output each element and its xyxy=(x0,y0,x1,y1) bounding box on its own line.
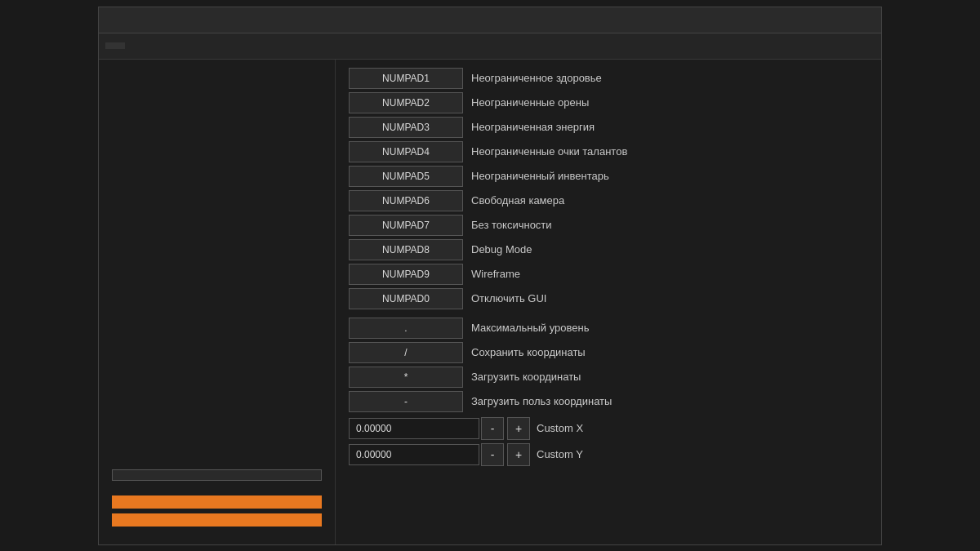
special-hotkey-button-0[interactable]: . xyxy=(349,318,463,339)
hotkey-row: NUMPAD1 Неограниченное здоровье xyxy=(349,68,868,89)
hotkey-row: NUMPAD7 Без токсичности xyxy=(349,215,868,236)
coord-input-0[interactable] xyxy=(349,418,479,439)
hotkey-button-4[interactable]: NUMPAD5 xyxy=(349,166,463,187)
menu-item-about[interactable] xyxy=(145,42,164,49)
special-hotkey-label-1: Сохранить координаты xyxy=(471,346,586,358)
window-controls xyxy=(813,11,875,28)
special-hotkey-label-0: Максимальный уровень xyxy=(471,322,589,334)
close-button[interactable] xyxy=(855,11,875,28)
right-panel: NUMPAD1 Неограниченное здоровье NUMPAD2 … xyxy=(336,60,881,544)
hotkey-row: NUMPAD3 Неограниченная энергия xyxy=(349,117,868,138)
coord-input-1[interactable] xyxy=(349,444,479,465)
menu-bar xyxy=(99,33,881,60)
hotkey-button-6[interactable]: NUMPAD7 xyxy=(349,215,463,236)
hotkey-label-2: Неограниченная энергия xyxy=(471,121,595,133)
coord-minus-0[interactable]: - xyxy=(481,417,504,440)
left-panel xyxy=(99,60,336,544)
maximize-button[interactable] xyxy=(834,11,853,28)
hotkey-label-5: Свободная камера xyxy=(471,194,564,207)
hotkey-label-0: Неограниченное здоровье xyxy=(471,72,602,84)
special-hotkey-row: * Загрузить координаты xyxy=(349,367,868,388)
special-hotkey-button-2[interactable]: * xyxy=(349,367,463,388)
coord-list: - + Custom X - + Custom Y xyxy=(349,417,868,466)
special-hotkey-button-3[interactable]: - xyxy=(349,391,463,412)
coord-plus-1[interactable]: + xyxy=(507,443,530,466)
coord-plus-0[interactable]: + xyxy=(507,417,530,440)
special-hotkey-row: / Сохранить координаты xyxy=(349,342,868,363)
hotkey-button-5[interactable]: NUMPAD6 xyxy=(349,190,463,211)
hotkey-row: NUMPAD5 Неограниченный инвентарь xyxy=(349,166,868,187)
hotkey-row: NUMPAD8 Debug Mode xyxy=(349,239,868,260)
hotkey-row: NUMPAD9 Wireframe xyxy=(349,264,868,285)
special-hotkey-label-3: Загрузить польз координаты xyxy=(471,395,612,407)
coord-name-0: Custom X xyxy=(537,422,583,434)
qiwi-button[interactable] xyxy=(112,513,322,527)
hotkey-label-6: Без токсичности xyxy=(471,219,552,231)
coord-minus-1[interactable]: - xyxy=(481,443,504,466)
hotkey-row: NUMPAD4 Неограниченные очки талантов xyxy=(349,141,868,162)
github-button[interactable] xyxy=(112,469,322,481)
menu-item-functions[interactable] xyxy=(105,42,125,49)
hotkey-row: NUMPAD6 Свободная камера xyxy=(349,190,868,211)
hotkey-list: NUMPAD1 Неограниченное здоровье NUMPAD2 … xyxy=(349,68,868,309)
hotkey-button-9[interactable]: NUMPAD0 xyxy=(349,288,463,309)
title-bar xyxy=(99,7,881,33)
hotkey-button-0[interactable]: NUMPAD1 xyxy=(349,68,463,89)
hotkey-button-2[interactable]: NUMPAD3 xyxy=(349,117,463,138)
hotkey-label-7: Debug Mode xyxy=(471,243,532,256)
content-area: NUMPAD1 Неограниченное здоровье NUMPAD2 … xyxy=(99,60,881,544)
coord-row-1: - + Custom Y xyxy=(349,443,868,466)
main-window: NUMPAD1 Неограниченное здоровье NUMPAD2 … xyxy=(98,7,882,545)
hotkey-label-3: Неограниченные очки талантов xyxy=(471,145,627,158)
special-hotkey-list: . Максимальный уровень / Сохранить коорд… xyxy=(349,318,868,412)
hotkey-row: NUMPAD2 Неограниченные орены xyxy=(349,92,868,113)
hotkey-label-8: Wireframe xyxy=(471,268,520,280)
hotkey-label-9: Отключить GUI xyxy=(471,292,546,304)
coord-row-0: - + Custom X xyxy=(349,417,868,440)
coord-name-1: Custom Y xyxy=(537,448,583,460)
special-hotkey-button-1[interactable]: / xyxy=(349,342,463,363)
minimize-button[interactable] xyxy=(813,11,832,28)
boosty-button[interactable] xyxy=(112,495,322,509)
hotkey-button-3[interactable]: NUMPAD4 xyxy=(349,141,463,162)
hotkey-button-8[interactable]: NUMPAD9 xyxy=(349,264,463,285)
hotkey-label-4: Неограниченный инвентарь xyxy=(471,170,609,182)
special-hotkey-label-2: Загрузить координаты xyxy=(471,371,581,383)
hotkey-row: NUMPAD0 Отключить GUI xyxy=(349,288,868,309)
menu-item-settings[interactable] xyxy=(125,42,145,49)
hotkey-button-1[interactable]: NUMPAD2 xyxy=(349,92,463,113)
hotkey-button-7[interactable]: NUMPAD8 xyxy=(349,239,463,260)
special-hotkey-row: . Максимальный уровень xyxy=(349,318,868,339)
hotkey-label-1: Неограниченные орены xyxy=(471,96,589,109)
menu-item-license[interactable] xyxy=(164,42,184,49)
special-hotkey-row: - Загрузить польз координаты xyxy=(349,391,868,412)
